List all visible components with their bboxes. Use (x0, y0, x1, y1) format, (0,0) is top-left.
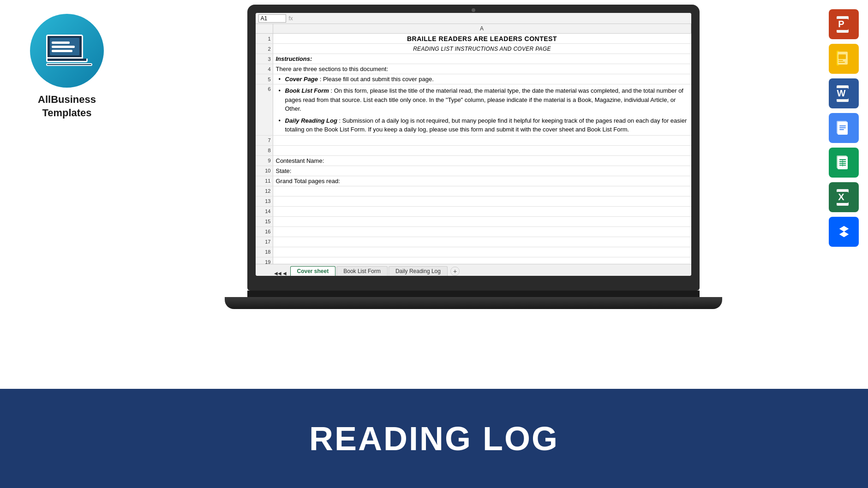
laptop-camera (472, 8, 475, 12)
row-number: 15 (256, 217, 273, 226)
svg-rect-15 (839, 125, 846, 126)
svg-rect-17 (839, 129, 844, 130)
logo-foot (46, 63, 92, 66)
table-row: 11 Grand Total pages read: (256, 176, 691, 186)
row-cell: Cover Page : Please fill out and submit … (273, 74, 691, 84)
logo-line-3 (52, 50, 72, 52)
formula-bar: fx (256, 13, 691, 24)
row-number: 13 (256, 196, 273, 206)
row-number: 8 (256, 146, 273, 155)
google-docs-icon[interactable] (829, 113, 859, 143)
subtitle-text: READING LIST INSTRUCTIONS AND COVER PAGE (276, 46, 688, 52)
logo-base (46, 59, 88, 62)
row-cell: State: (273, 166, 691, 176)
laptop-screen: fx A 1 BRAILLE READERS ARE LEADERS (256, 13, 691, 276)
table-row: 18 (256, 247, 691, 257)
nav-arrow-left[interactable]: ◀ (283, 271, 287, 276)
tab-daily-reading-log[interactable]: Daily Reading Log (389, 266, 448, 276)
row-number: 7 (256, 136, 273, 145)
laptop-container: fx A 1 BRAILLE READERS ARE LEADERS (129, 5, 817, 337)
table-row: 9 Contestant Name: (256, 156, 691, 166)
dropbox-icon[interactable] (829, 217, 859, 247)
row-cell (273, 247, 691, 257)
table-row: 13 (256, 196, 691, 207)
laptop-bottom-bezel (247, 280, 700, 291)
row-cell: Contestant Name: (273, 156, 691, 166)
cover-page-bold: Cover Page (285, 76, 318, 83)
title-text: BRAILLE READERS ARE LEADERS CONTEST (276, 35, 688, 42)
row-number: 1 (256, 34, 273, 43)
logo-line-1 (52, 42, 70, 44)
row5-text: Cover Page : Please fill out and submit … (276, 75, 688, 84)
svg-text:P: P (838, 19, 844, 29)
svg-rect-7 (838, 60, 843, 61)
column-header-row: A (256, 24, 691, 34)
row-num-header-cell (256, 24, 273, 33)
row-number: 19 (256, 257, 273, 264)
row-number: 9 (256, 156, 273, 166)
tab-cover-sheet[interactable]: Cover sheet (290, 266, 336, 276)
svg-rect-8 (838, 62, 845, 63)
row-number: 14 (256, 207, 273, 216)
grand-total-label: Grand Total pages read: (276, 178, 340, 184)
row-cell (273, 207, 691, 216)
bottom-banner: READING LOG (0, 389, 868, 488)
add-sheet-button[interactable]: + (450, 267, 460, 276)
row-number: 2 (256, 44, 273, 54)
table-row: 6 Book List Form : On this form, please … (256, 84, 691, 136)
nav-arrow-left-left[interactable]: ◀◀ (274, 271, 281, 276)
tab-book-list-form[interactable]: Book List Form (336, 266, 388, 276)
book-list-rest: : On this form, please list the title of… (285, 87, 683, 112)
powerpoint-icon[interactable]: P (829, 9, 859, 39)
row-cell: READING LIST INSTRUCTIONS AND COVER PAGE (273, 44, 691, 54)
table-row: 8 (256, 146, 691, 156)
laptop-body: fx A 1 BRAILLE READERS ARE LEADERS (247, 5, 700, 309)
row-cell: BRAILLE READERS ARE LEADERS CONTEST (273, 34, 691, 43)
logo-laptop-icon (46, 35, 88, 67)
svg-marker-31 (839, 232, 849, 237)
cover-page-rest: : Please fill out and submit this cover … (320, 76, 434, 83)
svg-text:W: W (837, 88, 845, 98)
excel-icon[interactable]: X (829, 182, 859, 212)
row-cell (273, 146, 691, 155)
google-slides-icon[interactable] (829, 44, 859, 74)
name-box[interactable] (258, 14, 286, 23)
google-sheets-icon[interactable] (829, 148, 859, 178)
logo-circle (30, 14, 104, 88)
table-row: 14 (256, 207, 691, 217)
svg-rect-6 (838, 54, 846, 59)
contestant-name-label: Contestant Name: (276, 157, 324, 164)
table-row: 2 READING LIST INSTRUCTIONS AND COVER PA… (256, 44, 691, 54)
row-cell (273, 217, 691, 226)
table-row: 12 (256, 186, 691, 196)
svg-rect-16 (839, 127, 846, 128)
row-number: 17 (256, 237, 273, 247)
logo-screen-inner (50, 38, 79, 55)
table-row: 7 (256, 136, 691, 146)
laptop-base (225, 297, 722, 309)
row-cell: Instructions: (273, 54, 691, 64)
word-icon[interactable]: W (829, 78, 859, 108)
rows-area: 1 BRAILLE READERS ARE LEADERS CONTEST 2 … (256, 34, 691, 264)
sheet-nav-arrows: ◀◀ ◀ (274, 271, 287, 276)
row-cell (273, 186, 691, 196)
logo-area: AllBusiness Templates (14, 14, 120, 119)
row-cell: Book List Form : On this form, please li… (273, 84, 691, 135)
row-number: 16 (256, 227, 273, 237)
row-number: 3 (256, 54, 273, 64)
table-row: 15 (256, 217, 691, 227)
table-row: 17 (256, 237, 691, 247)
sheet-tabs-bar: ◀◀ ◀ Cover sheet Book List Form Daily Re… (256, 264, 691, 276)
logo-screen (46, 35, 83, 59)
row-number: 12 (256, 186, 273, 196)
row-cell (273, 237, 691, 247)
table-row: 19 (256, 257, 691, 264)
spreadsheet: fx A 1 BRAILLE READERS ARE LEADERS (256, 13, 691, 276)
column-a-header: A (273, 24, 691, 33)
row-number: 6 (256, 84, 273, 135)
svg-text:X: X (838, 192, 844, 202)
right-app-icons: P W (829, 9, 859, 247)
row4-text: There are three sections to this documen… (276, 65, 389, 72)
table-row: 1 BRAILLE READERS ARE LEADERS CONTEST (256, 34, 691, 44)
row-number: 4 (256, 64, 273, 74)
